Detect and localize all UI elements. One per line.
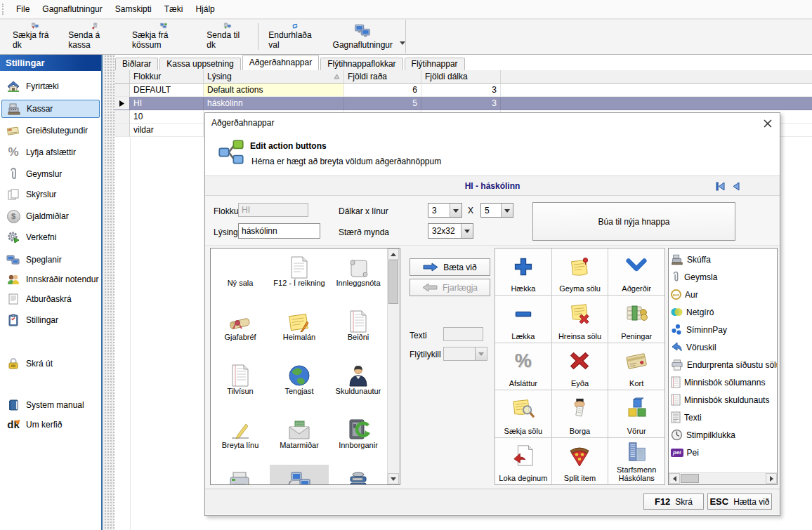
send-to-dk-button[interactable]: Senda til dk — [201, 21, 254, 52]
lysing-field[interactable] — [238, 223, 320, 239]
action-button-laekka[interactable]: Lækka — [495, 296, 551, 342]
action-button-eyda[interactable]: Eyða — [552, 343, 608, 390]
palette-item-f12-i-reikning[interactable]: F12 - Í reikning — [270, 249, 329, 303]
list-item-stimpilklukka[interactable]: Stimpilklukka — [671, 426, 735, 444]
list-item-pei[interactable]: pei Pei — [671, 444, 699, 461]
tab-flytihnappar[interactable]: Flýtihnappar — [405, 58, 465, 70]
action-button-hreinsa-solu[interactable]: Hreinsa sölu — [552, 296, 608, 342]
palette-vertical-scrollbar[interactable] — [387, 249, 400, 484]
sidebar-item-gjaldmidlar[interactable]: Gjaldmiðlar — [1, 207, 100, 225]
action-button-afslattur[interactable]: Afsláttur — [495, 343, 551, 390]
list-item-endurprenta[interactable]: Endurprenta síðustu sölu — [671, 356, 778, 373]
list-item-geymsla[interactable]: Geymsla — [671, 268, 717, 286]
action-button-saekja-solu[interactable]: Sækja sölu — [495, 390, 551, 437]
sidebar-item-geymslur[interactable]: Geymslur — [1, 165, 100, 183]
list-item-minnisbok-solumanns[interactable]: Minnisbók sölumanns — [671, 373, 765, 391]
sidebar-item-um-kerfid[interactable]: dk Um kerfið — [1, 416, 100, 434]
sidebar-item-stillingar[interactable]: Stillingar — [1, 311, 100, 329]
action-button-vorur[interactable]: Vörur — [608, 390, 664, 437]
palette-item-drawer-stack[interactable] — [329, 465, 388, 485]
add-button[interactable]: Bæta við — [410, 258, 490, 276]
fetch-from-registers-button[interactable]: Sækja frá kössum — [126, 21, 201, 52]
list-item-voruskil[interactable]: Vöruskil — [671, 338, 716, 356]
palette-item-beidni[interactable]: Beiðni — [329, 303, 388, 357]
menu-gagnaflutningur[interactable]: Gagnaflutningur — [36, 1, 108, 17]
tab-kassa-uppsetning[interactable]: Kassa uppsetning — [159, 58, 240, 70]
palette-item-printer-edit[interactable] — [211, 465, 270, 485]
tab-bidlarar[interactable]: Biðlarar — [115, 58, 158, 70]
data-transfer-button[interactable]: Gagnaflutningur — [327, 21, 398, 52]
tab-flytihnappaflokkar[interactable]: Flýtihnappaflokkar — [320, 58, 402, 70]
list-item-skuffa[interactable]: Skúffa — [671, 251, 711, 268]
chevron-down-icon[interactable] — [461, 224, 473, 238]
sidebar-item-innskradir-notendur[interactable]: Innskráðir notendur — [1, 270, 100, 289]
palette-item-ny-sala[interactable]: Ný sala — [211, 249, 270, 303]
sidebar-item-lyfja-afslaettir[interactable]: Lyfja afslættir — [1, 143, 100, 161]
palette-item-gjafabref[interactable]: Gjafabréf — [211, 303, 270, 357]
action-button-loka-deginum[interactable]: Loka deginum — [495, 438, 551, 484]
list-item-texti[interactable]: Texti — [671, 409, 702, 426]
list-item-netgiro[interactable]: Netgíró — [671, 303, 714, 321]
scrollbar-thumb[interactable] — [681, 474, 699, 483]
list-horizontal-scrollbar[interactable] — [669, 472, 777, 484]
scroll-up-icon[interactable] — [388, 249, 399, 260]
table-row[interactable]: DEFAULT Default actions 6 3 — [114, 84, 812, 97]
tab-adgerdahnappar[interactable]: Aðgerðahnappar — [242, 55, 319, 70]
sidebar-item-system-manual[interactable]: System manual — [1, 396, 100, 414]
first-record-icon[interactable] — [715, 181, 726, 192]
palette-item-innleggsnota[interactable]: Innleggsnóta — [329, 249, 388, 303]
list-item-siminnpay[interactable]: SíminnPay — [671, 321, 727, 338]
palette-item-tilvisun[interactable]: Tilvísun — [211, 357, 270, 411]
palette-item-breyta-linu[interactable]: Breyta línu — [211, 411, 270, 465]
menu-samskipti[interactable]: Samskipti — [109, 1, 158, 17]
column-header-lysing[interactable]: Lýsing — [204, 70, 344, 84]
sidebar-item-atburdaskra[interactable]: Atburðaskrá — [1, 290, 100, 308]
create-new-buttons-button[interactable]: Búa til nýja hnappa — [532, 202, 735, 241]
send-to-register-button[interactable]: Senda á kassa — [63, 21, 126, 52]
linur-select[interactable]: 5 — [480, 203, 513, 218]
staerd-mynda-select[interactable]: 32x32 — [428, 223, 473, 239]
menu-hjalp[interactable]: Hjálp — [189, 1, 221, 17]
sidebar-splitter[interactable] — [104, 55, 115, 530]
scrollbar-thumb[interactable] — [388, 260, 398, 304]
scroll-right-icon[interactable] — [766, 473, 777, 484]
table-row-selected[interactable]: HI háskólinn 5 3 — [114, 97, 812, 110]
sidebar-item-skra-ut[interactable]: Skrá út — [1, 355, 100, 373]
palette-item-tengjast[interactable]: Tengjast — [270, 357, 329, 411]
action-button-kort[interactable]: Kort — [608, 343, 664, 390]
sidebar-item-fyrirtaeki[interactable]: Fyrirtæki — [1, 77, 100, 95]
action-button-peningar[interactable]: Peningar — [608, 296, 664, 342]
toolbar-dropdown-arrow-icon[interactable] — [400, 41, 405, 48]
fetch-from-dk-button[interactable]: Sækja frá dk — [7, 21, 63, 52]
palette-item-innborganir[interactable]: Innborganir — [329, 411, 388, 465]
sidebar-item-greidslutegundir[interactable]: Greiðslutegundir — [1, 121, 100, 140]
list-item-aur[interactable]: aur Aur — [671, 286, 698, 303]
palette-item-matarmidar[interactable]: Matarmiðar — [270, 411, 329, 465]
menu-taeki[interactable]: Tæki — [158, 1, 190, 17]
action-button-split-item[interactable]: Split item — [552, 438, 608, 484]
dialog-close-button[interactable] — [761, 117, 774, 130]
palette-item-network-selected[interactable] — [270, 465, 329, 485]
scroll-left-icon[interactable] — [669, 473, 680, 484]
column-header-fjoldi-dalka[interactable]: Fjöldi dálka — [421, 70, 501, 84]
action-button-borga[interactable]: Borga — [552, 390, 608, 437]
cancel-button[interactable]: ESC Hætta við — [707, 493, 772, 510]
reload-selection-button[interactable]: Endurhlaða val — [263, 21, 327, 52]
save-button[interactable]: F12 Skrá — [643, 493, 704, 510]
action-button-starfsmenn-haskolans[interactable]: Starfsmenn Háskólans — [608, 438, 664, 484]
action-button-adgerdir[interactable]: Aðgerðir — [608, 249, 664, 295]
column-header-fjoldi-rada[interactable]: Fjöldi raða — [344, 70, 421, 84]
menu-file[interactable]: File — [10, 1, 36, 17]
sidebar-item-speglanir[interactable]: Speglanir — [1, 251, 100, 269]
action-button-geyma-solu[interactable]: Geyma sölu — [552, 249, 608, 295]
chevron-down-icon[interactable] — [501, 204, 513, 217]
dalkar-select[interactable]: 3 — [428, 203, 462, 218]
list-item-minnisbok-skuldunauts[interactable]: Minnisbók skuldunauts — [671, 391, 769, 409]
chevron-down-icon[interactable] — [450, 204, 461, 217]
action-button-haekka[interactable]: Hækka — [495, 249, 551, 295]
scroll-down-icon[interactable] — [388, 473, 399, 484]
column-header-flokkur[interactable]: Flokkur — [130, 70, 204, 84]
palette-item-skuldunautur[interactable]: Skuldunautur — [329, 357, 388, 411]
sidebar-item-kassar[interactable]: Kassar — [1, 100, 100, 118]
previous-record-icon[interactable] — [731, 181, 741, 192]
